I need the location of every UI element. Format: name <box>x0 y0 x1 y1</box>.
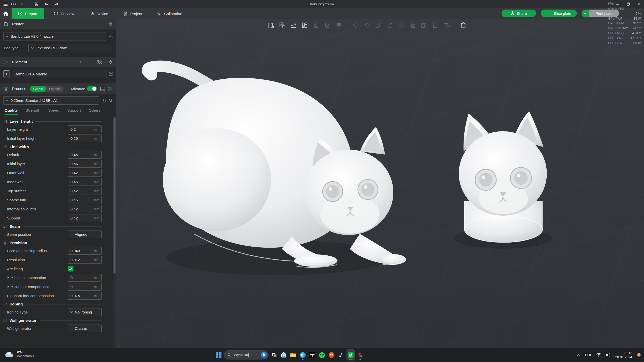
process-tab-speed[interactable]: Speed <box>48 108 59 115</box>
viewport-3d[interactable] <box>116 19 644 348</box>
add-filament-icon[interactable]: + <box>79 59 82 65</box>
scrollbar-thumb[interactable] <box>113 117 116 273</box>
process-preset-value: 0.20mm Standard @BBL A1 <box>11 98 58 103</box>
add-icon[interactable] <box>267 22 274 29</box>
printer-settings-gear-icon[interactable] <box>108 22 113 27</box>
notification-bell-icon[interactable] <box>636 352 641 358</box>
tab-calibration[interactable]: Calibration <box>151 8 188 19</box>
process-preset-select[interactable]: 0.20mm Standard @BBL A1 <box>3 96 99 105</box>
cat-model-crouching[interactable] <box>148 66 406 275</box>
param-input[interactable]: 0,075mm <box>68 292 102 300</box>
param-input[interactable]: 0,42mm <box>68 169 102 177</box>
sidebar-scrollbar[interactable] <box>113 117 116 346</box>
param-input[interactable]: 0,42mm <box>68 214 102 222</box>
print-plate-dropdown[interactable] <box>582 10 589 17</box>
param-select[interactable]: Classic <box>68 325 102 332</box>
printer-preset-select[interactable]: Bambu Lab A1 0.4 nozzle <box>3 32 106 40</box>
scope-global-button[interactable]: Global <box>30 86 46 92</box>
objects-tree-icon[interactable] <box>108 86 113 91</box>
steam-button[interactable] <box>337 349 345 360</box>
save-preset-icon[interactable] <box>101 98 106 103</box>
param-unit: mm <box>94 249 99 253</box>
param-input[interactable]: 0,2mm <box>68 125 102 133</box>
microsoft-store-button[interactable] <box>280 349 288 360</box>
slice-plate-dropdown[interactable] <box>541 10 548 17</box>
spotify-button[interactable] <box>318 349 326 360</box>
param-input[interactable]: 0,42mm <box>68 187 102 195</box>
param-label: Default <box>7 153 68 157</box>
weather-condition: Pochmurnie <box>17 354 34 358</box>
bambu-studio-button[interactable] <box>347 349 355 360</box>
tab-project[interactable]: Project <box>117 8 148 19</box>
clock[interactable]: 23:12 20.01.2024 <box>615 351 632 359</box>
slice-plate-button[interactable]: Slice plate <box>548 10 577 17</box>
param-input[interactable]: 0mm <box>68 283 102 291</box>
param-label: Seam position <box>7 232 68 237</box>
file-explorer-button[interactable] <box>289 349 297 360</box>
arrange-icon[interactable] <box>301 22 308 29</box>
filament-settings-gear-icon[interactable] <box>108 60 113 65</box>
scope-objects-button[interactable]: Objects <box>46 86 64 92</box>
tab-prepare[interactable]: Prepare <box>12 8 44 19</box>
file-menu[interactable]: File <box>11 2 16 6</box>
param-input[interactable]: 0,42mm <box>68 205 102 213</box>
perf-value: 35 W <box>634 16 641 21</box>
param-input[interactable]: 0,012mm <box>68 256 102 264</box>
param-input[interactable]: 0,45mm <box>68 196 102 204</box>
edit-filament-icon[interactable] <box>108 72 113 76</box>
process-tab-others[interactable]: Others <box>89 108 100 115</box>
hamburger-menu-icon[interactable] <box>4 3 8 6</box>
language-indicator[interactable]: POL <box>585 353 592 357</box>
remove-filament-icon[interactable]: − <box>87 59 91 66</box>
task-view-button[interactable] <box>270 349 278 360</box>
move-icon <box>352 22 359 29</box>
f-gear-app-button[interactable]: F <box>356 349 364 360</box>
home-button[interactable] <box>0 8 12 19</box>
tab-device[interactable]: Device <box>83 8 114 19</box>
param-input[interactable]: 0,25mm <box>68 134 102 142</box>
tidal-button[interactable] <box>308 349 316 360</box>
wifi-icon[interactable] <box>596 353 601 357</box>
ea-app-button[interactable]: EA <box>327 349 335 360</box>
process-tab-quality[interactable]: Quality <box>5 108 18 115</box>
search-preset-icon[interactable] <box>108 98 113 103</box>
parameter-list-icon[interactable] <box>100 86 105 91</box>
param-input[interactable]: 0,049mm <box>68 247 102 255</box>
save-icon[interactable] <box>33 2 40 7</box>
close-button[interactable]: ✕ <box>633 0 644 8</box>
filament-sync-icon[interactable] <box>97 60 102 65</box>
param-input[interactable]: 0mm <box>68 274 102 282</box>
param-select[interactable]: No ironing <box>68 308 102 316</box>
edit-printer-preset-icon[interactable] <box>108 34 113 39</box>
volume-icon[interactable] <box>606 353 611 357</box>
auto-orient-icon[interactable] <box>290 22 297 29</box>
share-button[interactable]: Share <box>502 10 536 17</box>
bed-type-select[interactable]: Textured PEI Plate <box>28 44 113 52</box>
param-input[interactable]: 0,56mm <box>68 160 102 168</box>
assembly-icon[interactable] <box>460 22 467 29</box>
weather-widget[interactable]: 0°C Pochmurnie <box>4 350 34 358</box>
param-select[interactable]: Aligned <box>68 231 102 238</box>
search-input[interactable] <box>233 353 259 357</box>
undo-icon[interactable] <box>43 2 50 7</box>
cat-head-model[interactable] <box>454 111 552 249</box>
maximize-button[interactable] <box>623 0 633 8</box>
add-plate-icon[interactable] <box>279 22 285 29</box>
param-unit: mm <box>94 189 99 193</box>
process-tab-strength[interactable]: Strength <box>26 108 41 115</box>
process-tab-support[interactable]: Support <box>67 108 81 115</box>
file-menu-chevron-icon[interactable] <box>20 3 23 5</box>
taskbar-search[interactable]: b <box>224 350 269 359</box>
param-input[interactable]: 0,45mm <box>68 178 102 186</box>
param-checkbox[interactable] <box>68 266 73 272</box>
bing-icon[interactable]: b <box>261 352 267 358</box>
edge-button[interactable] <box>299 349 307 360</box>
redo-icon[interactable] <box>53 2 60 7</box>
filament-name-field[interactable]: Bambu PLA Marble <box>12 70 106 78</box>
minimize-button[interactable]: — <box>612 0 623 8</box>
advance-toggle[interactable] <box>87 86 97 91</box>
tab-preview[interactable]: Preview <box>47 8 80 19</box>
tray-chevron-up-icon[interactable] <box>577 354 581 356</box>
start-button[interactable] <box>214 349 222 360</box>
param-input[interactable]: 0,45mm <box>68 151 102 159</box>
